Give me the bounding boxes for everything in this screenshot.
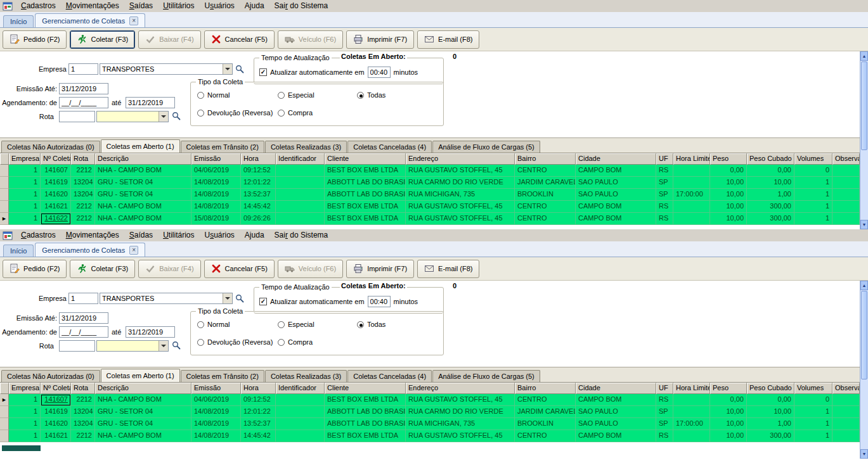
grid-cell-bairro[interactable]: JARDIM CARAVELA xyxy=(515,177,576,189)
grid-cell-hora-limite[interactable]: 17:00:00 xyxy=(673,189,710,201)
grid-cell-rota[interactable]: 13204 xyxy=(71,418,95,430)
toolbar-button-cancelar-f5[interactable]: Cancelar (F5) xyxy=(204,260,275,278)
scroll-up-arrow-icon[interactable]: ▲ xyxy=(860,51,868,61)
scroll-down-arrow-icon[interactable]: ▼ xyxy=(860,220,868,229)
grid-header-hora-limite[interactable]: Hora Limite xyxy=(673,153,710,165)
grid-cell-endereco[interactable]: RUA GUSTAVO STOFFEL, 45 xyxy=(406,430,515,442)
grid-header-peso-cubado[interactable]: Peso Cubado xyxy=(747,383,794,394)
grid-cell-uf[interactable]: SP xyxy=(656,189,673,201)
grid-cell-bairro[interactable]: BROOKLIN xyxy=(515,189,576,201)
agendamento-de-input[interactable] xyxy=(59,326,108,338)
menu-item-sair-do-sistema[interactable]: Sair do Sistema xyxy=(269,1,334,11)
grid-header-volumes[interactable]: Volumes xyxy=(794,383,832,394)
grid-cell-cliente[interactable]: BEST BOX EMB LTDA xyxy=(325,165,406,177)
grid-cell-uf[interactable]: RS xyxy=(656,201,673,213)
grid-header-empresa[interactable]: Empresa xyxy=(9,153,41,165)
grid-cell-cidade[interactable]: CAMPO BOM xyxy=(576,430,656,442)
grid-cell-bairro[interactable]: CENTRO xyxy=(515,430,576,442)
emissao-ate-input[interactable] xyxy=(59,83,108,94)
toolbar-button-imprimir-f7[interactable]: Imprimir (F7) xyxy=(346,260,414,278)
grid-cell-observacao[interactable] xyxy=(832,394,860,406)
grid-cell-identificador[interactable] xyxy=(276,177,325,189)
rota-combo-arrow-icon[interactable] xyxy=(159,341,168,351)
vertical-scrollbar[interactable]: ▲ ▼ xyxy=(860,281,868,459)
grid-header-observacao[interactable]: Observação xyxy=(832,383,860,394)
grid-cell-uf[interactable]: RS xyxy=(656,394,673,406)
grid-cell-empresa[interactable]: 1 xyxy=(9,201,41,213)
grid-cell-hora[interactable]: 09:26:26 xyxy=(241,213,276,225)
menu-item-cadastros[interactable]: Cadastros xyxy=(16,1,61,11)
menu-item-utilitarios[interactable]: Utilitários xyxy=(158,230,199,241)
empresa-code-input[interactable] xyxy=(68,63,98,75)
grid-cell-rota[interactable]: 13204 xyxy=(71,189,95,201)
grid-cell-identificador[interactable] xyxy=(276,201,325,213)
grid-header-cliente[interactable]: Cliente xyxy=(325,383,406,394)
menu-item-saidas[interactable]: Saídas xyxy=(124,1,158,11)
menu-item-movimentacoes[interactable]: Movimentações xyxy=(61,230,124,241)
grid-cell-hora-limite[interactable] xyxy=(673,177,710,189)
grid-cell-empresa[interactable]: 1 xyxy=(9,213,41,225)
grid-cell-cidade[interactable]: CAMPO BOM xyxy=(576,394,656,406)
rota-input[interactable] xyxy=(59,340,95,352)
grid-cell-cliente[interactable]: ABBOTT LAB DO BRASI xyxy=(325,406,406,418)
auto-update-checkbox[interactable] xyxy=(259,68,267,76)
grid-cell-identificador[interactable] xyxy=(276,394,325,406)
auto-update-checkbox[interactable] xyxy=(259,298,267,305)
grid-row-141607[interactable]: ►11416072212NHA - CAMPO BOM04/06/201909:… xyxy=(0,394,860,406)
grid-cell-empresa[interactable]: 1 xyxy=(9,189,41,201)
grid-cell-descricao[interactable]: NHA - CAMPO BOM xyxy=(95,394,191,406)
grid-cell-cidade[interactable]: CAMPO BOM xyxy=(576,213,656,225)
menu-item-sair-do-sistema[interactable]: Sair do Sistema xyxy=(269,230,334,241)
update-interval-input[interactable] xyxy=(368,67,391,78)
grid-cell-peso-cubado[interactable]: 300,00 xyxy=(747,430,794,442)
grid-cell-peso[interactable]: 10,00 xyxy=(710,177,747,189)
grid-cell-peso[interactable]: 10,00 xyxy=(710,189,747,201)
toolbar-button-e-mail-f8[interactable]: E-mail (F8) xyxy=(417,260,479,278)
rota-combo-arrow-icon[interactable] xyxy=(159,111,168,122)
grid-cell-rota[interactable]: 2212 xyxy=(71,165,95,177)
radio-devolucao-reversa[interactable]: Devolução (Reversa) xyxy=(197,109,273,117)
grid-header-n-coleta[interactable]: Nº Coleta xyxy=(41,383,71,394)
grid-cell-cidade[interactable]: CAMPO BOM xyxy=(576,201,656,213)
toolbar-button-pedido-f2[interactable]: Pedido (F2) xyxy=(3,260,67,278)
menu-item-cadastros[interactable]: Cadastros xyxy=(16,230,61,241)
scroll-track[interactable] xyxy=(860,151,868,220)
grid-cell-hora[interactable]: 14:45:42 xyxy=(241,430,276,442)
grid-cell-hora-limite[interactable] xyxy=(673,213,710,225)
scroll-down-arrow-icon[interactable]: ▼ xyxy=(860,449,868,459)
grid-cell-observacao[interactable] xyxy=(832,177,860,189)
radio-compra[interactable]: Compra xyxy=(278,338,313,346)
grid-cell-peso-cubado[interactable]: 0,00 xyxy=(747,165,794,177)
grid-row-141622[interactable]: ►11416222212NHA - CAMPO BOM15/08/201909:… xyxy=(0,213,860,225)
grid-cell-uf[interactable]: SP xyxy=(656,418,673,430)
grid-header-cliente[interactable]: Cliente xyxy=(325,153,406,165)
grid-tab-coletas-canceladas-4[interactable]: Coletas Canceladas (4) xyxy=(347,141,432,153)
grid-header-endereco[interactable]: Endereço xyxy=(406,383,515,394)
rota-combo[interactable] xyxy=(96,340,169,352)
grid-cell-peso-cubado[interactable]: 1,00 xyxy=(747,418,794,430)
grid-header-volumes[interactable]: Volumes xyxy=(794,153,832,165)
grid-header-hora-limite[interactable]: Hora Limite xyxy=(673,383,710,394)
grid-cell-cliente[interactable]: BEST BOX EMB LTDA xyxy=(325,201,406,213)
radio-especial[interactable]: Especial xyxy=(278,91,314,99)
grid-row-141620[interactable]: 114162013204GRU - SETOR 0414/08/201913:5… xyxy=(0,189,860,201)
grid-cell-observacao[interactable] xyxy=(832,165,860,177)
scroll-thumb[interactable] xyxy=(861,291,867,379)
scroll-up-arrow-icon[interactable]: ▲ xyxy=(860,281,868,290)
grid-header-cidade[interactable]: Cidade xyxy=(576,153,656,165)
tab-close-icon[interactable]: × xyxy=(129,16,138,25)
grid-cell-peso-cubado[interactable]: 300,00 xyxy=(747,201,794,213)
grid-row-141620[interactable]: 114162013204GRU - SETOR 0414/08/201913:5… xyxy=(0,418,860,430)
grid-cell-cidade[interactable]: SAO PAULO xyxy=(576,406,656,418)
grid-header-endereco[interactable]: Endereço xyxy=(406,153,515,165)
grid-cell-bairro[interactable]: CENTRO xyxy=(515,394,576,406)
grid-cell-emissao[interactable]: 14/08/2019 xyxy=(191,189,241,201)
grid-cell-descricao[interactable]: NHA - CAMPO BOM xyxy=(95,213,191,225)
grid-cell-peso-cubado[interactable]: 10,00 xyxy=(747,406,794,418)
grid-cell-cliente[interactable]: BEST BOX EMB LTDA xyxy=(325,394,406,406)
empresa-combo[interactable]: TRANSPORTES xyxy=(100,293,233,304)
grid-cell-observacao[interactable] xyxy=(832,201,860,213)
toolbar-button-pedido-f2[interactable]: Pedido (F2) xyxy=(3,30,67,49)
grid-cell-identificador[interactable] xyxy=(276,165,325,177)
grid-cell-n-coleta[interactable]: 141622 xyxy=(41,213,71,225)
